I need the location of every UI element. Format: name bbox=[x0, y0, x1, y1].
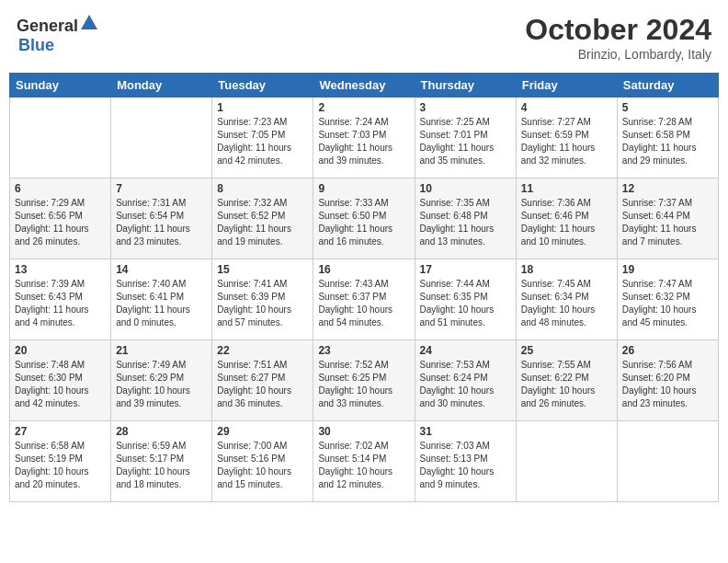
calendar-cell: 23Sunrise: 7:52 AM Sunset: 6:25 PM Dayli… bbox=[313, 340, 415, 421]
day-number: 19 bbox=[622, 263, 713, 276]
day-header-thursday: Thursday bbox=[415, 74, 516, 98]
day-header-tuesday: Tuesday bbox=[212, 74, 313, 98]
calendar-cell: 27Sunrise: 6:58 AM Sunset: 5:19 PM Dayli… bbox=[10, 421, 111, 502]
day-number: 1 bbox=[217, 101, 308, 114]
day-info: Sunrise: 7:44 AM Sunset: 6:35 PM Dayligh… bbox=[420, 278, 511, 329]
calendar-cell: 22Sunrise: 7:51 AM Sunset: 6:27 PM Dayli… bbox=[212, 340, 313, 421]
day-number: 17 bbox=[420, 263, 511, 276]
day-number: 31 bbox=[420, 425, 511, 438]
calendar-cell bbox=[10, 98, 111, 178]
logo-general: General bbox=[17, 17, 78, 35]
calendar-cell bbox=[516, 421, 617, 502]
week-row-3: 13Sunrise: 7:39 AM Sunset: 6:43 PM Dayli… bbox=[10, 259, 719, 340]
week-row-4: 20Sunrise: 7:48 AM Sunset: 6:30 PM Dayli… bbox=[10, 340, 719, 421]
day-info: Sunrise: 7:56 AM Sunset: 6:20 PM Dayligh… bbox=[622, 359, 713, 410]
calendar-cell: 26Sunrise: 7:56 AM Sunset: 6:20 PM Dayli… bbox=[617, 340, 718, 421]
day-info: Sunrise: 7:00 AM Sunset: 5:16 PM Dayligh… bbox=[217, 440, 308, 491]
day-info: Sunrise: 7:02 AM Sunset: 5:14 PM Dayligh… bbox=[318, 440, 409, 491]
calendar-cell: 10Sunrise: 7:35 AM Sunset: 6:48 PM Dayli… bbox=[415, 178, 516, 259]
calendar-cell: 31Sunrise: 7:03 AM Sunset: 5:13 PM Dayli… bbox=[415, 421, 516, 502]
day-number: 12 bbox=[622, 182, 713, 195]
day-info: Sunrise: 7:28 AM Sunset: 6:58 PM Dayligh… bbox=[622, 116, 713, 167]
calendar-cell: 21Sunrise: 7:49 AM Sunset: 6:29 PM Dayli… bbox=[111, 340, 212, 421]
day-info: Sunrise: 7:37 AM Sunset: 6:44 PM Dayligh… bbox=[622, 197, 713, 248]
calendar-cell: 25Sunrise: 7:55 AM Sunset: 6:22 PM Dayli… bbox=[516, 340, 617, 421]
calendar-cell: 15Sunrise: 7:41 AM Sunset: 6:39 PM Dayli… bbox=[212, 259, 313, 340]
svg-marker-0 bbox=[81, 15, 97, 29]
day-info: Sunrise: 7:23 AM Sunset: 7:05 PM Dayligh… bbox=[217, 116, 308, 167]
day-number: 3 bbox=[420, 101, 511, 114]
day-number: 11 bbox=[521, 182, 612, 195]
calendar-cell: 2Sunrise: 7:24 AM Sunset: 7:03 PM Daylig… bbox=[313, 98, 415, 178]
title-block: October 2024 Brinzio, Lombardy, Italy bbox=[525, 13, 711, 62]
calendar-cell: 18Sunrise: 7:45 AM Sunset: 6:34 PM Dayli… bbox=[516, 259, 617, 340]
day-info: Sunrise: 6:58 AM Sunset: 5:19 PM Dayligh… bbox=[15, 440, 106, 491]
day-header-wednesday: Wednesday bbox=[313, 74, 415, 98]
day-info: Sunrise: 7:40 AM Sunset: 6:41 PM Dayligh… bbox=[116, 278, 207, 329]
day-number: 28 bbox=[116, 425, 207, 438]
calendar-cell: 24Sunrise: 7:53 AM Sunset: 6:24 PM Dayli… bbox=[415, 340, 516, 421]
calendar-cell: 30Sunrise: 7:02 AM Sunset: 5:14 PM Dayli… bbox=[313, 421, 415, 502]
week-row-2: 6Sunrise: 7:29 AM Sunset: 6:56 PM Daylig… bbox=[10, 178, 719, 259]
calendar-cell: 8Sunrise: 7:32 AM Sunset: 6:52 PM Daylig… bbox=[212, 178, 313, 259]
week-row-5: 27Sunrise: 6:58 AM Sunset: 5:19 PM Dayli… bbox=[10, 421, 719, 502]
day-number: 15 bbox=[217, 263, 308, 276]
day-number: 30 bbox=[318, 425, 409, 438]
calendar-cell: 16Sunrise: 7:43 AM Sunset: 6:37 PM Dayli… bbox=[313, 259, 415, 340]
day-header-sunday: Sunday bbox=[10, 74, 111, 98]
calendar-cell: 29Sunrise: 7:00 AM Sunset: 5:16 PM Dayli… bbox=[212, 421, 313, 502]
week-row-1: 1Sunrise: 7:23 AM Sunset: 7:05 PM Daylig… bbox=[10, 98, 719, 178]
calendar-title: October 2024 bbox=[525, 13, 711, 47]
day-info: Sunrise: 7:03 AM Sunset: 5:13 PM Dayligh… bbox=[420, 440, 511, 491]
day-info: Sunrise: 6:59 AM Sunset: 5:17 PM Dayligh… bbox=[116, 440, 207, 491]
day-info: Sunrise: 7:35 AM Sunset: 6:48 PM Dayligh… bbox=[420, 197, 511, 248]
page-header: General Blue October 2024 Brinzio, Lomba… bbox=[9, 9, 719, 65]
day-number: 27 bbox=[15, 425, 106, 438]
day-info: Sunrise: 7:47 AM Sunset: 6:32 PM Dayligh… bbox=[622, 278, 713, 329]
day-info: Sunrise: 7:52 AM Sunset: 6:25 PM Dayligh… bbox=[318, 359, 409, 410]
calendar-cell bbox=[111, 98, 212, 178]
day-info: Sunrise: 7:43 AM Sunset: 6:37 PM Dayligh… bbox=[318, 278, 409, 329]
calendar-cell: 1Sunrise: 7:23 AM Sunset: 7:05 PM Daylig… bbox=[212, 98, 313, 178]
calendar-cell: 7Sunrise: 7:31 AM Sunset: 6:54 PM Daylig… bbox=[111, 178, 212, 259]
logo: General Blue bbox=[17, 13, 100, 55]
day-info: Sunrise: 7:27 AM Sunset: 6:59 PM Dayligh… bbox=[521, 116, 612, 167]
day-info: Sunrise: 7:41 AM Sunset: 6:39 PM Dayligh… bbox=[217, 278, 308, 329]
calendar-cell: 11Sunrise: 7:36 AM Sunset: 6:46 PM Dayli… bbox=[516, 178, 617, 259]
day-number: 13 bbox=[15, 263, 106, 276]
day-number: 14 bbox=[116, 263, 207, 276]
day-info: Sunrise: 7:55 AM Sunset: 6:22 PM Dayligh… bbox=[521, 359, 612, 410]
day-number: 4 bbox=[521, 101, 612, 114]
calendar-cell: 6Sunrise: 7:29 AM Sunset: 6:56 PM Daylig… bbox=[10, 178, 111, 259]
day-info: Sunrise: 7:25 AM Sunset: 7:01 PM Dayligh… bbox=[420, 116, 511, 167]
day-number: 6 bbox=[15, 182, 106, 195]
day-info: Sunrise: 7:45 AM Sunset: 6:34 PM Dayligh… bbox=[521, 278, 612, 329]
day-info: Sunrise: 7:24 AM Sunset: 7:03 PM Dayligh… bbox=[318, 116, 409, 167]
calendar-cell bbox=[617, 421, 718, 502]
logo-text: General Blue bbox=[17, 13, 100, 55]
day-number: 20 bbox=[15, 344, 106, 357]
calendar-cell: 19Sunrise: 7:47 AM Sunset: 6:32 PM Dayli… bbox=[617, 259, 718, 340]
day-header-monday: Monday bbox=[111, 74, 212, 98]
calendar-cell: 20Sunrise: 7:48 AM Sunset: 6:30 PM Dayli… bbox=[10, 340, 111, 421]
day-number: 9 bbox=[318, 182, 409, 195]
calendar-cell: 4Sunrise: 7:27 AM Sunset: 6:59 PM Daylig… bbox=[516, 98, 617, 178]
logo-flag-icon bbox=[79, 13, 99, 35]
day-number: 26 bbox=[622, 344, 713, 357]
day-info: Sunrise: 7:51 AM Sunset: 6:27 PM Dayligh… bbox=[217, 359, 308, 410]
day-info: Sunrise: 7:32 AM Sunset: 6:52 PM Dayligh… bbox=[217, 197, 308, 248]
day-number: 23 bbox=[318, 344, 409, 357]
calendar-cell: 9Sunrise: 7:33 AM Sunset: 6:50 PM Daylig… bbox=[313, 178, 415, 259]
day-info: Sunrise: 7:36 AM Sunset: 6:46 PM Dayligh… bbox=[521, 197, 612, 248]
day-headers-row: SundayMondayTuesdayWednesdayThursdayFrid… bbox=[10, 74, 719, 98]
day-number: 22 bbox=[217, 344, 308, 357]
calendar-cell: 12Sunrise: 7:37 AM Sunset: 6:44 PM Dayli… bbox=[617, 178, 718, 259]
day-number: 25 bbox=[521, 344, 612, 357]
day-number: 16 bbox=[318, 263, 409, 276]
calendar-cell: 14Sunrise: 7:40 AM Sunset: 6:41 PM Dayli… bbox=[111, 259, 212, 340]
calendar-cell: 5Sunrise: 7:28 AM Sunset: 6:58 PM Daylig… bbox=[617, 98, 718, 178]
day-number: 24 bbox=[420, 344, 511, 357]
calendar-table: SundayMondayTuesdayWednesdayThursdayFrid… bbox=[9, 73, 719, 502]
logo-blue: Blue bbox=[18, 36, 54, 54]
calendar-cell: 17Sunrise: 7:44 AM Sunset: 6:35 PM Dayli… bbox=[415, 259, 516, 340]
